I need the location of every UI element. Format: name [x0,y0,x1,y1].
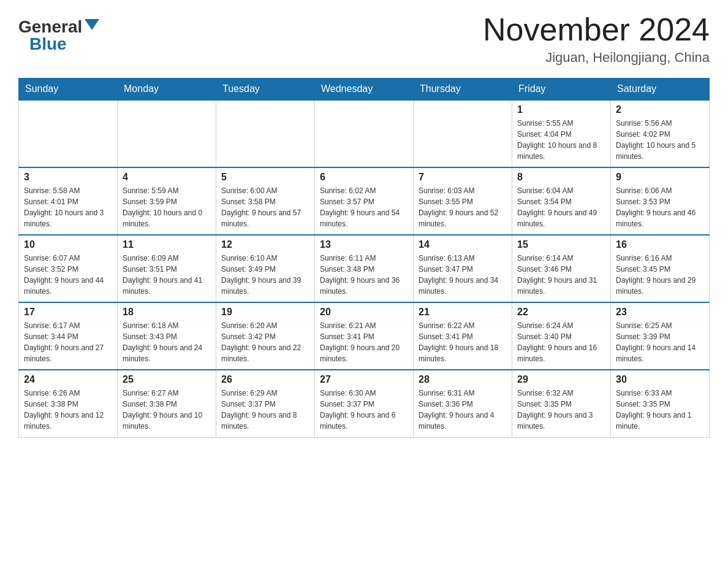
logo-general-text: General [18,18,82,36]
day-cell: 26Sunrise: 6:29 AMSunset: 3:37 PMDayligh… [216,370,315,437]
day-detail: Sunrise: 6:29 AMSunset: 3:37 PMDaylight:… [221,388,309,432]
day-cell: 13Sunrise: 6:11 AMSunset: 3:48 PMDayligh… [315,235,414,302]
day-cell: 28Sunrise: 6:31 AMSunset: 3:36 PMDayligh… [414,370,512,437]
day-detail: Sunrise: 6:04 AMSunset: 3:54 PMDaylight:… [517,185,605,229]
day-detail: Sunrise: 6:16 AMSunset: 3:45 PMDaylight:… [616,253,704,297]
day-of-week-header: Tuesday [216,79,315,101]
week-row: 3Sunrise: 5:58 AMSunset: 4:01 PMDaylight… [19,167,710,235]
day-number: 6 [320,172,408,183]
day-number: 17 [24,307,112,318]
day-cell: 18Sunrise: 6:18 AMSunset: 3:43 PMDayligh… [118,302,216,370]
day-cell: 23Sunrise: 6:25 AMSunset: 3:39 PMDayligh… [611,302,710,370]
week-row: 1Sunrise: 5:55 AMSunset: 4:04 PMDaylight… [19,100,710,167]
day-detail: Sunrise: 5:59 AMSunset: 3:59 PMDaylight:… [123,185,211,229]
day-number: 24 [24,374,112,385]
day-number: 29 [517,374,605,385]
day-detail: Sunrise: 6:30 AMSunset: 3:37 PMDaylight:… [320,388,408,432]
day-number: 7 [419,172,507,183]
day-detail: Sunrise: 5:55 AMSunset: 4:04 PMDaylight:… [517,118,605,162]
day-cell: 17Sunrise: 6:17 AMSunset: 3:44 PMDayligh… [19,302,118,370]
day-detail: Sunrise: 6:24 AMSunset: 3:40 PMDaylight:… [517,320,605,364]
day-cell: 6Sunrise: 6:02 AMSunset: 3:57 PMDaylight… [315,167,414,235]
day-number: 11 [123,239,211,250]
day-detail: Sunrise: 6:03 AMSunset: 3:55 PMDaylight:… [419,185,507,229]
day-number: 25 [123,374,211,385]
day-cell: 5Sunrise: 6:00 AMSunset: 3:58 PMDaylight… [216,167,315,235]
day-cell: 15Sunrise: 6:14 AMSunset: 3:46 PMDayligh… [512,235,611,302]
day-number: 27 [320,374,408,385]
day-cell: 8Sunrise: 6:04 AMSunset: 3:54 PMDaylight… [512,167,611,235]
day-detail: Sunrise: 6:26 AMSunset: 3:38 PMDaylight:… [24,388,112,432]
day-cell [414,100,512,167]
day-cell: 24Sunrise: 6:26 AMSunset: 3:38 PMDayligh… [19,370,118,437]
day-cell: 1Sunrise: 5:55 AMSunset: 4:04 PMDaylight… [512,100,611,167]
day-detail: Sunrise: 6:33 AMSunset: 3:35 PMDaylight:… [616,388,704,432]
day-cell: 19Sunrise: 6:20 AMSunset: 3:42 PMDayligh… [216,302,315,370]
day-detail: Sunrise: 6:25 AMSunset: 3:39 PMDaylight:… [616,320,704,364]
day-of-week-header: Saturday [611,79,710,101]
month-year-title: November 2024 [483,12,710,47]
day-number: 16 [616,239,704,250]
day-cell: 4Sunrise: 5:59 AMSunset: 3:59 PMDaylight… [118,167,216,235]
day-number: 26 [221,374,309,385]
day-number: 3 [24,172,112,183]
day-number: 15 [517,239,605,250]
day-number: 14 [419,239,507,250]
day-number: 20 [320,307,408,318]
day-detail: Sunrise: 6:07 AMSunset: 3:52 PMDaylight:… [24,253,112,297]
day-cell: 11Sunrise: 6:09 AMSunset: 3:51 PMDayligh… [118,235,216,302]
day-detail: Sunrise: 6:18 AMSunset: 3:43 PMDaylight:… [123,320,211,364]
day-cell: 2Sunrise: 5:56 AMSunset: 4:02 PMDaylight… [611,100,710,167]
day-cell [216,100,315,167]
logo: General Blue [18,12,99,53]
day-cell: 10Sunrise: 6:07 AMSunset: 3:52 PMDayligh… [19,235,118,302]
day-cell: 27Sunrise: 6:30 AMSunset: 3:37 PMDayligh… [315,370,414,437]
day-detail: Sunrise: 6:17 AMSunset: 3:44 PMDaylight:… [24,320,112,364]
header: General Blue November 2024 Jiguan, Heilo… [18,12,710,66]
location-subtitle: Jiguan, Heilongjiang, China [483,50,710,66]
day-cell: 9Sunrise: 6:06 AMSunset: 3:53 PMDaylight… [611,167,710,235]
day-number: 21 [419,307,507,318]
day-detail: Sunrise: 6:00 AMSunset: 3:58 PMDaylight:… [221,185,309,229]
day-cell [315,100,414,167]
logo-blue-text: Blue [29,36,67,53]
week-row: 10Sunrise: 6:07 AMSunset: 3:52 PMDayligh… [19,235,710,302]
day-detail: Sunrise: 6:20 AMSunset: 3:42 PMDaylight:… [221,320,309,364]
day-of-week-header: Sunday [19,79,118,101]
day-number: 10 [24,239,112,250]
day-number: 4 [123,172,211,183]
day-number: 28 [419,374,507,385]
day-detail: Sunrise: 6:32 AMSunset: 3:35 PMDaylight:… [517,388,605,432]
day-cell [19,100,118,167]
day-cell: 12Sunrise: 6:10 AMSunset: 3:49 PMDayligh… [216,235,315,302]
day-number: 30 [616,374,704,385]
day-cell: 25Sunrise: 6:27 AMSunset: 3:38 PMDayligh… [118,370,216,437]
day-detail: Sunrise: 6:09 AMSunset: 3:51 PMDaylight:… [123,253,211,297]
day-detail: Sunrise: 6:11 AMSunset: 3:48 PMDaylight:… [320,253,408,297]
day-detail: Sunrise: 6:27 AMSunset: 3:38 PMDaylight:… [123,388,211,432]
day-detail: Sunrise: 6:02 AMSunset: 3:57 PMDaylight:… [320,185,408,229]
week-row: 24Sunrise: 6:26 AMSunset: 3:38 PMDayligh… [19,370,710,437]
calendar-table: SundayMondayTuesdayWednesdayThursdayFrid… [18,78,710,438]
day-detail: Sunrise: 6:06 AMSunset: 3:53 PMDaylight:… [616,185,704,229]
day-number: 22 [517,307,605,318]
day-cell [118,100,216,167]
day-detail: Sunrise: 5:58 AMSunset: 4:01 PMDaylight:… [24,185,112,229]
day-of-week-header: Friday [512,79,611,101]
day-cell: 21Sunrise: 6:22 AMSunset: 3:41 PMDayligh… [414,302,512,370]
day-cell: 3Sunrise: 5:58 AMSunset: 4:01 PMDaylight… [19,167,118,235]
day-cell: 29Sunrise: 6:32 AMSunset: 3:35 PMDayligh… [512,370,611,437]
day-detail: Sunrise: 6:14 AMSunset: 3:46 PMDaylight:… [517,253,605,297]
day-detail: Sunrise: 5:56 AMSunset: 4:02 PMDaylight:… [616,118,704,162]
day-cell: 14Sunrise: 6:13 AMSunset: 3:47 PMDayligh… [414,235,512,302]
title-area: November 2024 Jiguan, Heilongjiang, Chin… [483,12,710,66]
day-detail: Sunrise: 6:10 AMSunset: 3:49 PMDaylight:… [221,253,309,297]
day-number: 9 [616,172,704,183]
week-row: 17Sunrise: 6:17 AMSunset: 3:44 PMDayligh… [19,302,710,370]
day-detail: Sunrise: 6:31 AMSunset: 3:36 PMDaylight:… [419,388,507,432]
day-number: 8 [517,172,605,183]
day-detail: Sunrise: 6:22 AMSunset: 3:41 PMDaylight:… [419,320,507,364]
day-of-week-header: Monday [118,79,216,101]
day-cell: 22Sunrise: 6:24 AMSunset: 3:40 PMDayligh… [512,302,611,370]
logo-triangle-icon [85,19,99,30]
